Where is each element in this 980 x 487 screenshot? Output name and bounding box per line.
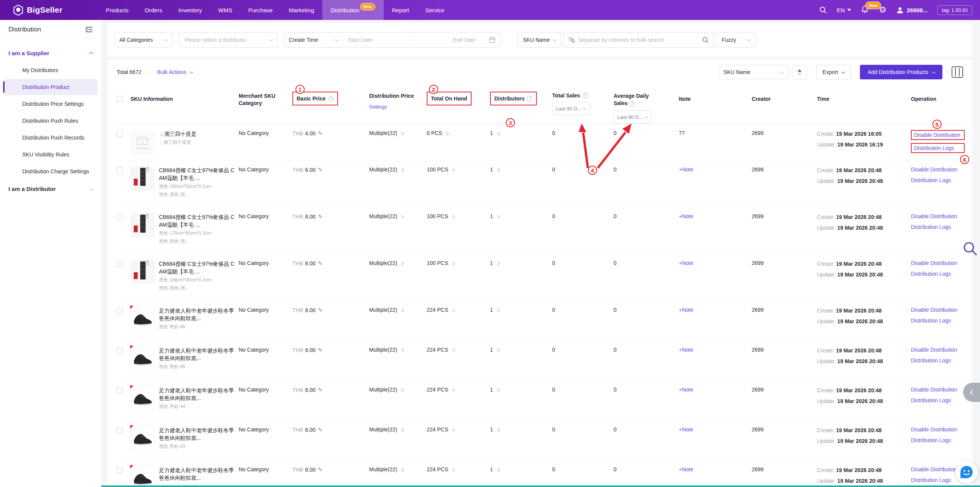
avg-sales-range-select[interactable]: Last 90 D... [614, 110, 651, 123]
distributors-cell[interactable]: 1 [490, 426, 552, 433]
distribution-logs-link[interactable]: Distribution Logs [911, 477, 965, 483]
product-title[interactable]: CB684授權 C女士97%奢侈品 CAM蔻馳【羊毛 ... [159, 260, 235, 275]
distribution-price-cell[interactable]: Multiple(22) [369, 387, 427, 393]
sidebar-item-distribution-charge-settings[interactable]: Distribution Charge Settings [4, 163, 97, 179]
nav-item-orders[interactable]: Orders [137, 0, 170, 20]
add-note-link[interactable]: +Note [679, 213, 693, 219]
distributor-filter[interactable]: Please select a distributor. [179, 32, 278, 48]
add-note-link[interactable]: +Note [679, 260, 693, 266]
add-note-link[interactable]: +Note [679, 166, 693, 173]
select-all-checkbox[interactable] [117, 96, 123, 102]
date-range-input[interactable]: Start Date - End Date [343, 37, 501, 43]
help-icon[interactable]: ? [328, 96, 334, 102]
sort-direction-toggle[interactable] [792, 65, 807, 79]
edit-price-icon[interactable]: ✎ [318, 307, 323, 313]
on-hand-cell[interactable]: 100 PCS [427, 166, 490, 173]
distribution-price-cell[interactable]: Multiple(22) [369, 260, 427, 266]
help-icon[interactable]: ? [629, 101, 635, 107]
product-image[interactable]: No Image [130, 426, 154, 450]
collapse-sidebar-icon[interactable] [85, 26, 93, 33]
on-hand-cell[interactable]: 224 PCS [427, 387, 490, 393]
sidebar-item-distribution-price-settings[interactable]: Distribution Price Settings [4, 96, 97, 112]
distributors-cell[interactable]: 1 [490, 387, 552, 393]
bigseller-logo[interactable]: BigSeller [13, 5, 63, 16]
distribution-price-cell[interactable]: Multiple(22) [369, 426, 427, 433]
category-filter[interactable]: All Categories [114, 32, 173, 48]
bulk-actions-button[interactable]: Bulk Actions [157, 69, 192, 75]
distribution-logs-link[interactable]: Distribution Logs [911, 357, 965, 364]
distributors-cell[interactable]: 1 [490, 213, 552, 219]
sku-field-select[interactable]: SKU Name [518, 32, 561, 48]
add-distribution-products-button[interactable]: Add Distribution Products [860, 65, 942, 79]
time-type-select[interactable]: Create Time [284, 33, 343, 47]
product-title[interactable]: ；测三四十度是 [159, 130, 235, 138]
edit-price-icon[interactable]: ✎ [318, 426, 323, 433]
product-title[interactable]: 足力健老人鞋中老年健步鞋冬季爸爸休闲鞋软底... [159, 387, 235, 402]
distributors-cell[interactable]: 1 [490, 307, 552, 313]
disable-distribution-link[interactable]: Disable Distribution [911, 130, 965, 140]
sidebar-item-distribution-push-rules[interactable]: Distribution Push Rules [4, 113, 97, 129]
nav-item-distribution[interactable]: Distribution New [322, 0, 384, 20]
nav-item-service[interactable]: Service [417, 0, 452, 20]
sort-field-select[interactable]: SKU Name [719, 65, 789, 79]
panel-collapse-tab[interactable] [963, 383, 980, 402]
on-hand-cell[interactable]: 224 PCS [427, 307, 490, 313]
distributors-cell[interactable]: 1 [490, 166, 552, 173]
sidebar-item-distribution-push-records[interactable]: Distribution Push Records [4, 130, 97, 146]
distributors-cell[interactable]: 1 [490, 260, 552, 266]
distribution-price-cell[interactable]: Multiple(22) [369, 166, 427, 173]
distribution-price-cell[interactable]: Multiple(22) [369, 213, 427, 219]
on-hand-cell[interactable]: 224 PCS [427, 347, 490, 353]
disable-distribution-link[interactable]: Disable Distribution [911, 347, 965, 353]
disable-distribution-link[interactable]: Disable Distribution [911, 166, 965, 173]
nav-item-marketing[interactable]: Marketing [281, 0, 322, 20]
match-mode-select[interactable]: Fuzzy [716, 32, 756, 48]
nav-item-report[interactable]: Report [384, 0, 417, 20]
distribution-price-settings-link[interactable]: Settings [369, 103, 423, 110]
feedback-fab[interactable] [955, 461, 978, 483]
nav-item-wms[interactable]: WMS [210, 0, 241, 20]
product-image[interactable]: No Image [130, 130, 154, 154]
disable-distribution-link[interactable]: Disable Distribution [911, 387, 965, 393]
sidebar-section-supplier[interactable]: I am a Supplier [0, 44, 101, 61]
product-image[interactable]: No Image [130, 466, 154, 487]
export-button[interactable]: Export [816, 65, 851, 79]
edit-price-icon[interactable]: ✎ [318, 466, 323, 473]
row-checkbox[interactable] [117, 308, 123, 314]
sidebar-item-my-distributors[interactable]: My Distributors [4, 62, 97, 78]
distribution-logs-link[interactable]: Distribution Logs [911, 437, 965, 443]
sidebar-item-sku-visibility-rules[interactable]: SKU Visibility Rules [4, 146, 97, 163]
disable-distribution-link[interactable]: Disable Distribution [911, 213, 965, 219]
on-hand-cell[interactable]: 100 PCS [427, 213, 490, 219]
edit-price-icon[interactable]: ✎ [318, 130, 323, 137]
search-icon[interactable] [819, 6, 827, 14]
bulk-search-input[interactable] [578, 37, 699, 43]
disable-distribution-link[interactable]: Disable Distribution [911, 260, 965, 266]
distribution-price-cell[interactable]: Multiple(22) [369, 347, 427, 353]
add-note-link[interactable]: +Note [679, 466, 693, 472]
sidebar-section-distributor[interactable]: I am a Distributor [0, 180, 101, 197]
notifications-bell[interactable]: New [861, 5, 869, 15]
nav-item-purchase[interactable]: Purchase [240, 0, 280, 20]
distributors-cell[interactable]: 1 [490, 347, 552, 353]
product-image[interactable]: No Image [130, 387, 154, 410]
disable-distribution-link[interactable]: Disable Distribution [911, 307, 965, 313]
add-note-link[interactable]: +Note [679, 347, 693, 353]
distribution-logs-link[interactable]: Distribution Logs [911, 318, 965, 324]
user-account[interactable]: 26908... [896, 7, 927, 14]
nav-item-inventory[interactable]: Inventory [170, 0, 210, 20]
product-title[interactable]: CB684授權 C女士97%奢侈品 CAM蔻馳【羊毛 ... [159, 166, 235, 182]
on-hand-cell[interactable]: 100 PCS [427, 260, 490, 266]
row-checkbox[interactable] [117, 347, 123, 354]
product-image[interactable]: No Image [130, 213, 154, 237]
edit-price-icon[interactable]: ✎ [318, 347, 323, 353]
row-checkbox[interactable] [117, 131, 123, 137]
add-note-link[interactable]: +Note [679, 307, 693, 313]
edit-price-icon[interactable]: ✎ [318, 213, 323, 220]
distributors-cell[interactable]: 1 [490, 130, 552, 136]
distribution-price-cell[interactable]: Multiple(22) [369, 466, 427, 472]
on-hand-cell[interactable]: 0 PCS [427, 130, 490, 136]
product-title[interactable]: CB684授權 C女士97%奢侈品 CAM蔻馳【羊毛 ... [159, 213, 235, 229]
row-checkbox[interactable] [117, 427, 123, 433]
edit-price-icon[interactable]: ✎ [318, 260, 323, 267]
